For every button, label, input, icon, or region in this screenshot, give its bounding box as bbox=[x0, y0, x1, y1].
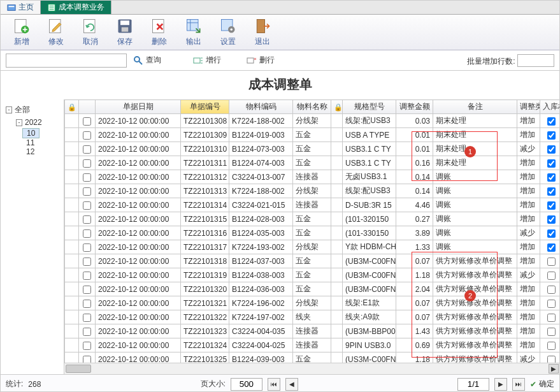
table-row[interactable]: 2022-10-12 00:00:00TZ22101309B1224-019-0… bbox=[65, 128, 560, 142]
cell-flag[interactable] bbox=[540, 296, 560, 310]
row-select[interactable] bbox=[79, 198, 96, 212]
row-select[interactable] bbox=[79, 338, 96, 352]
cell-flag[interactable] bbox=[540, 170, 560, 184]
col-date[interactable]: 单据日期 bbox=[96, 100, 181, 114]
horizontal-scrollbar[interactable]: ▶ bbox=[64, 363, 559, 374]
table-row[interactable]: 2022-10-12 00:00:00TZ22101320B1224-036-0… bbox=[65, 282, 560, 296]
query-button[interactable]: 查询 bbox=[133, 55, 161, 66]
cancel-button[interactable]: 取消 bbox=[73, 17, 108, 47]
row-select[interactable] bbox=[79, 184, 96, 198]
row-select[interactable] bbox=[79, 114, 96, 128]
cell-flag[interactable] bbox=[540, 240, 560, 254]
search-input[interactable] bbox=[6, 54, 127, 68]
col-spec[interactable]: 规格型号 bbox=[343, 100, 396, 114]
row-select[interactable] bbox=[79, 240, 96, 254]
data-grid[interactable]: 🔒 单据日期 单据编号 物料编码 物料名称 🔒 规格型号 调整金额 备注 调整类… bbox=[64, 99, 559, 363]
col-flag[interactable]: 入库标识 bbox=[540, 100, 560, 114]
edit-button[interactable]: 修改 bbox=[39, 17, 73, 47]
cell-flag[interactable] bbox=[540, 310, 560, 324]
table-row[interactable]: 2022-10-12 00:00:00TZ22101314C3224-021-0… bbox=[65, 198, 560, 212]
table-row[interactable]: 2022-10-12 00:00:00TZ22101310B1224-073-0… bbox=[65, 142, 560, 156]
table-row[interactable]: 2022-10-12 00:00:00TZ22101308K7224-188-0… bbox=[65, 114, 560, 128]
exit-button[interactable]: 退出 bbox=[245, 17, 280, 47]
row-select[interactable] bbox=[79, 226, 96, 240]
col-amount[interactable]: 调整金额 bbox=[396, 100, 433, 114]
confirm-button[interactable]: ✔确定 bbox=[530, 379, 554, 389]
table-row[interactable]: 2022-10-12 00:00:00TZ22101318B1224-037-0… bbox=[65, 254, 560, 268]
tree-month-10[interactable]: 10 bbox=[22, 128, 39, 138]
col-select[interactable] bbox=[79, 100, 96, 114]
table-row[interactable]: 2022-10-12 00:00:00TZ22101321K7224-196-0… bbox=[65, 296, 560, 310]
row-select[interactable] bbox=[79, 212, 96, 226]
settings-button[interactable]: 设置 bbox=[211, 17, 245, 47]
delete-button[interactable]: 删除 bbox=[142, 17, 176, 47]
tree-month-12[interactable]: 12 bbox=[3, 147, 61, 156]
tree-year[interactable]: -2022 bbox=[3, 117, 61, 128]
col-type[interactable]: 调整类型 bbox=[517, 100, 540, 114]
col-remark[interactable]: 备注 bbox=[433, 100, 517, 114]
row-select[interactable] bbox=[79, 310, 96, 324]
collapse-icon[interactable]: - bbox=[16, 119, 22, 126]
row-select[interactable] bbox=[79, 296, 96, 310]
table-row[interactable]: 2022-10-12 00:00:00TZ22101317K7224-193-0… bbox=[65, 240, 560, 254]
page-next[interactable]: ▶ bbox=[494, 378, 507, 391]
row-select[interactable] bbox=[79, 156, 96, 170]
tab-cost-adjust[interactable]: 成本调整业务 bbox=[41, 1, 111, 14]
col-sort[interactable]: 🔒 bbox=[331, 100, 343, 114]
row-select[interactable] bbox=[79, 268, 96, 282]
cell-flag[interactable] bbox=[540, 352, 560, 363]
scroll-right[interactable]: ▶ bbox=[549, 364, 559, 374]
cell-flag[interactable] bbox=[540, 184, 560, 198]
col-lock[interactable]: 🔒 bbox=[65, 100, 79, 114]
cell-flag[interactable] bbox=[540, 156, 560, 170]
cell-flag[interactable] bbox=[540, 324, 560, 338]
tree-month-11[interactable]: 11 bbox=[3, 138, 61, 147]
row-select[interactable] bbox=[79, 324, 96, 338]
cell-flag[interactable] bbox=[540, 282, 560, 296]
col-docno[interactable]: 单据编号 bbox=[181, 100, 229, 114]
cell-flag[interactable] bbox=[540, 226, 560, 240]
pagesize-input[interactable] bbox=[231, 378, 262, 391]
table-row[interactable]: 2022-10-12 00:00:00TZ22101316B1224-035-0… bbox=[65, 226, 560, 240]
row-select[interactable] bbox=[79, 170, 96, 184]
page-first[interactable]: ⏮ bbox=[268, 378, 280, 391]
row-select[interactable] bbox=[79, 128, 96, 142]
cell-flag[interactable] bbox=[540, 198, 560, 212]
collapse-icon[interactable]: - bbox=[6, 106, 12, 113]
page-current[interactable] bbox=[457, 378, 489, 391]
addrow-button[interactable]: 增行 bbox=[193, 55, 221, 66]
tab-home[interactable]: 主页 bbox=[1, 1, 41, 14]
table-row[interactable]: 2022-10-12 00:00:00TZ22101311B1224-074-0… bbox=[65, 156, 560, 170]
cell-flag[interactable] bbox=[540, 338, 560, 352]
tree-root[interactable]: -全部 bbox=[3, 103, 61, 117]
cell-flag[interactable] bbox=[540, 254, 560, 268]
cell-flag[interactable] bbox=[540, 212, 560, 226]
scroll-thumb[interactable] bbox=[66, 365, 91, 373]
table-row[interactable]: 2022-10-12 00:00:00TZ22101323C3224-004-0… bbox=[65, 324, 560, 338]
cell-amt: 0.07 bbox=[396, 296, 433, 310]
new-button[interactable]: 新增 bbox=[4, 17, 39, 47]
cell-flag[interactable] bbox=[540, 114, 560, 128]
page-last[interactable]: ⏭ bbox=[512, 378, 525, 391]
save-button[interactable]: 保存 bbox=[108, 17, 142, 47]
row-select[interactable] bbox=[79, 282, 96, 296]
table-row[interactable]: 2022-10-12 00:00:00TZ22101324C3224-004-0… bbox=[65, 338, 560, 352]
export-button[interactable]: 输出 bbox=[176, 17, 211, 47]
col-matcode[interactable]: 物料编码 bbox=[229, 100, 293, 114]
batch-rows-input[interactable] bbox=[517, 54, 554, 67]
delrow-button[interactable]: 删行 bbox=[247, 55, 275, 66]
cell-flag[interactable] bbox=[540, 142, 560, 156]
col-matname[interactable]: 物料名称 bbox=[293, 100, 331, 114]
table-row[interactable]: 2022-10-12 00:00:00TZ22101312C3224-013-0… bbox=[65, 170, 560, 184]
cell-flag[interactable] bbox=[540, 268, 560, 282]
row-select[interactable] bbox=[79, 142, 96, 156]
table-row[interactable]: 2022-10-12 00:00:00TZ22101315B1224-028-0… bbox=[65, 212, 560, 226]
table-row[interactable]: 2022-10-12 00:00:00TZ22101319B1224-038-0… bbox=[65, 268, 560, 282]
row-select[interactable] bbox=[79, 254, 96, 268]
table-row[interactable]: 2022-10-12 00:00:00TZ22101322K7224-197-0… bbox=[65, 310, 560, 324]
table-row[interactable]: 2022-10-12 00:00:00TZ22101325B1224-039-0… bbox=[65, 352, 560, 363]
row-select[interactable] bbox=[79, 352, 96, 363]
cell-flag[interactable] bbox=[540, 128, 560, 142]
table-row[interactable]: 2022-10-12 00:00:00TZ22101313K7224-188-0… bbox=[65, 184, 560, 198]
page-prev[interactable]: ◀ bbox=[285, 378, 298, 391]
